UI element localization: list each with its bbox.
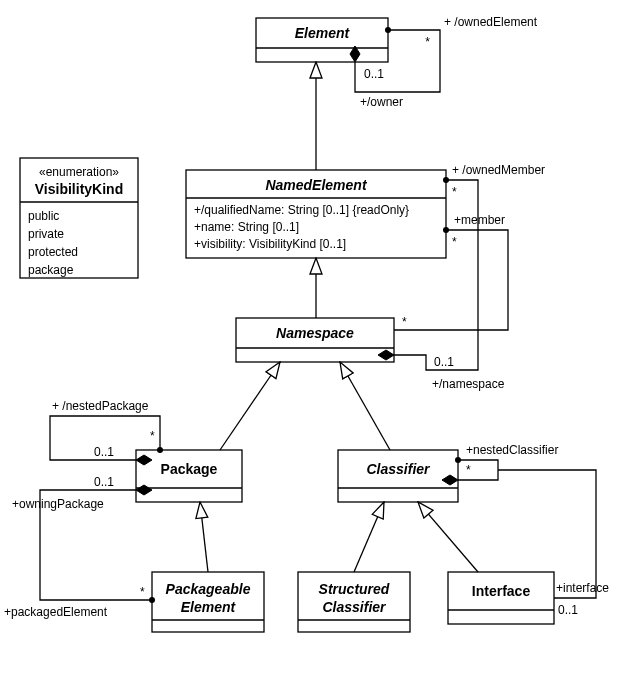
class-element-name: Element	[295, 25, 351, 41]
structured-classifier-name-2: Classifier	[322, 599, 387, 615]
lbl-interface-role: +interface	[556, 581, 609, 595]
class-structured-classifier: Structured Classifier	[298, 572, 410, 632]
lbl-owning-package-mult: 0..1	[94, 475, 114, 489]
named-element-attr-2: +name: String [0..1]	[194, 220, 299, 234]
class-visibility-kind: «enumeration» VisibilityKind public priv…	[20, 158, 138, 278]
assoc-packaged-element: +packagedElement * 0..1 +owningPackage	[4, 475, 152, 619]
class-namespace-name: Namespace	[276, 325, 354, 341]
lbl-nested-package-mult: *	[150, 429, 155, 443]
class-interface: Interface	[448, 572, 554, 624]
lbl-nested-classifier: +nestedClassifier	[466, 443, 558, 457]
lbl-interface-mult: 0..1	[558, 603, 578, 617]
class-package: Package	[136, 450, 242, 502]
packageable-element-name-1: Packageable	[166, 581, 251, 597]
lbl-owned-member: + /ownedMember	[452, 163, 545, 177]
class-packageable-element: Packageable Element	[152, 572, 264, 632]
class-package-name: Package	[161, 461, 218, 477]
class-classifier-name: Classifier	[366, 461, 431, 477]
gen-classifier-namespace	[340, 362, 390, 450]
structured-classifier-name-1: Structured	[319, 581, 390, 597]
class-classifier: Classifier	[338, 450, 458, 502]
lbl-nested-package-owner-mult: 0..1	[94, 445, 114, 459]
visibility-kind-lit-1: public	[28, 209, 59, 223]
lbl-owned-element-mult: *	[425, 35, 430, 49]
packageable-element-name-2: Element	[181, 599, 237, 615]
lbl-namespace-mult-om: 0..1	[434, 355, 454, 369]
class-named-element: NamedElement +/qualifiedName: String [0.…	[186, 170, 446, 258]
lbl-owner: +/owner	[360, 95, 403, 109]
class-named-element-name: NamedElement	[265, 177, 367, 193]
gen-structured-classifier	[354, 502, 384, 572]
lbl-member-mult: *	[452, 235, 457, 249]
named-element-attr-3: +visibility: VisibilityKind [0..1]	[194, 237, 346, 251]
assoc-nested-classifier: +nestedClassifier *	[458, 443, 558, 480]
lbl-owned-member-mult: *	[452, 185, 457, 199]
gen-packageable-package	[200, 502, 208, 572]
named-element-attr-1: +/qualifiedName: String [0..1] {readOnly…	[194, 203, 409, 217]
visibility-kind-lit-4: package	[28, 263, 74, 277]
lbl-owner-mult: 0..1	[364, 67, 384, 81]
lbl-owning-package: +owningPackage	[12, 497, 104, 511]
visibility-kind-lit-2: private	[28, 227, 64, 241]
lbl-member: +member	[454, 213, 505, 227]
lbl-nested-classifier-mult: *	[466, 463, 471, 477]
uml-diagram: Element NamedElement +/qualifiedName: St…	[0, 0, 630, 680]
class-interface-name: Interface	[472, 583, 531, 599]
visibility-kind-stereotype: «enumeration»	[39, 165, 119, 179]
gen-interface-classifier	[418, 502, 478, 572]
lbl-owned-element: + /ownedElement	[444, 15, 538, 29]
lbl-nested-package: + /nestedPackage	[52, 399, 149, 413]
class-namespace: Namespace	[236, 318, 394, 362]
lbl-packaged-element-mult: *	[140, 585, 145, 599]
visibility-kind-name: VisibilityKind	[35, 181, 123, 197]
gen-package-namespace	[220, 362, 280, 450]
visibility-kind-lit-3: protected	[28, 245, 78, 259]
lbl-packaged-element: +packagedElement	[4, 605, 108, 619]
lbl-namespace-role: +/namespace	[432, 377, 505, 391]
lbl-namespace-far: *	[402, 315, 407, 329]
class-element: Element	[256, 18, 388, 62]
